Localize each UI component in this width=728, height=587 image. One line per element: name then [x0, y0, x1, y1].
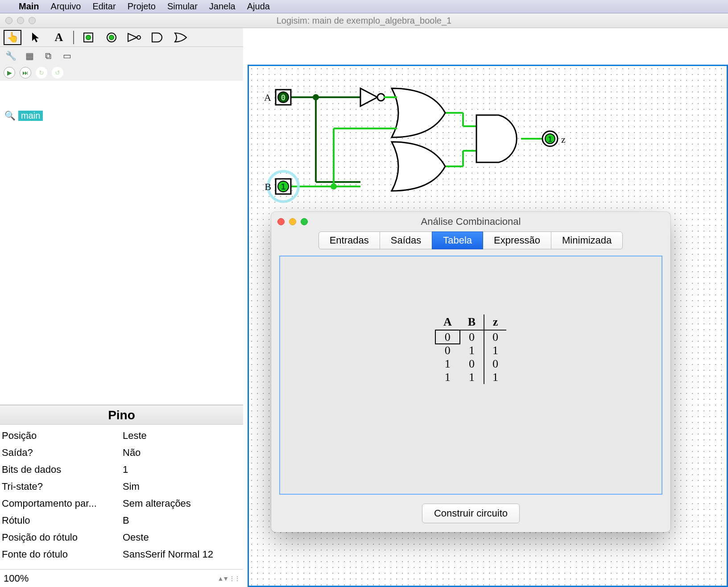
not-gate[interactable] — [360, 88, 385, 106]
prop-value[interactable]: Não — [123, 444, 243, 461]
zoom-value[interactable]: 100% — [4, 573, 29, 584]
wrench-icon[interactable]: 🔧 — [4, 49, 18, 63]
toolbar-simulate: ▶ ⏭ ↻ ↺ — [0, 65, 243, 81]
magnifier-icon: 🔍 — [4, 110, 16, 121]
prop-row-rotulo[interactable]: RótuloB — [0, 512, 243, 529]
or-gate-icon — [174, 32, 188, 43]
sim-play-icon[interactable]: ▶ — [4, 67, 15, 79]
prop-value[interactable]: Sem alterações — [123, 495, 243, 512]
cell[interactable]: 1 — [484, 344, 506, 357]
dialog-body: A B z 0 0 0 0 1 1 1 0 0 1 1 1 — [279, 256, 662, 495]
svg-text:B: B — [265, 181, 271, 192]
prop-key: Tri-state? — [0, 478, 123, 495]
cell[interactable]: 0 — [484, 357, 506, 371]
prop-row-posicao[interactable]: PosiçãoLeste — [0, 427, 243, 444]
zoom-stepper-icon[interactable]: ▲▼ ⋮⋮ — [217, 575, 240, 582]
or-gate-tool[interactable] — [172, 30, 190, 45]
build-circuit-button[interactable]: Construir circuito — [422, 504, 520, 523]
prop-key: Posição do rótulo — [0, 529, 123, 546]
toolbar-main: 👆 A — [0, 28, 243, 47]
cell[interactable]: 1 — [460, 371, 484, 384]
poke-tool[interactable]: 👆 — [4, 30, 21, 45]
subcircuit-icon[interactable]: ⧉ — [41, 49, 55, 63]
prop-row-saida[interactable]: Saída?Não — [0, 444, 243, 461]
layout-icon[interactable]: ▦ — [22, 49, 37, 63]
prop-row-posicao-rotulo[interactable]: Posição do rótuloOeste — [0, 529, 243, 546]
output-pin-z[interactable]: 1 z — [542, 131, 566, 146]
input-pin-tool[interactable] — [79, 30, 97, 45]
explorer-item-main[interactable]: 🔍 main — [4, 110, 239, 121]
input-pin-a[interactable]: 0 A — [264, 90, 291, 105]
menubar-app-name[interactable]: Main — [19, 1, 39, 12]
text-tool[interactable]: A — [50, 30, 68, 45]
cell[interactable]: 0 — [435, 344, 460, 357]
cell[interactable]: 1 — [484, 371, 506, 384]
menu-simular[interactable]: Simular — [167, 1, 198, 12]
prop-value[interactable]: Sim — [123, 478, 243, 495]
tab-saidas[interactable]: Saídas — [380, 231, 433, 249]
prop-key: Fonte do rótulo — [0, 546, 123, 563]
cell[interactable]: 0 — [460, 357, 484, 371]
appearance-icon[interactable]: ▭ — [60, 49, 74, 63]
tab-expressao[interactable]: Expressão — [483, 231, 551, 249]
table-row[interactable]: 0 0 0 — [435, 330, 506, 344]
prop-row-fonte-rotulo[interactable]: Fonte do rótuloSansSerif Normal 12 — [0, 546, 243, 563]
tab-entradas[interactable]: Entradas — [318, 231, 380, 249]
svg-point-8 — [331, 184, 336, 189]
zoom-bar: 100% ▲▼ ⋮⋮ — [0, 569, 243, 587]
left-panel: 🔍 main Pino PosiçãoLeste Saída?Não Bits … — [0, 81, 243, 587]
prop-row-tristate[interactable]: Tri-state?Sim — [0, 478, 243, 495]
table-row[interactable]: 1 1 1 — [435, 371, 506, 384]
window-titlebar: Logisim: main de exemplo_algebra_boole_1 — [0, 13, 728, 28]
prop-key: Bits de dados — [0, 461, 123, 478]
truth-table[interactable]: A B z 0 0 0 0 1 1 1 0 0 1 1 1 — [435, 314, 506, 384]
cell[interactable]: 1 — [435, 357, 460, 371]
and-gate-icon — [151, 32, 165, 43]
prop-value[interactable]: Oeste — [123, 529, 243, 546]
mac-menubar: Main Arquivo Editar Projeto Simular Jane… — [0, 0, 728, 13]
and-gate-tool[interactable] — [149, 30, 167, 45]
prop-value[interactable]: B — [123, 512, 243, 529]
tab-minimizada[interactable]: Minimizada — [551, 231, 623, 249]
prop-value[interactable]: SansSerif Normal 12 — [123, 546, 243, 563]
prop-key: Comportamento par... — [0, 495, 123, 512]
menu-ajuda[interactable]: Ajuda — [247, 1, 270, 12]
project-explorer[interactable]: 🔍 main — [0, 107, 243, 405]
menu-janela[interactable]: Janela — [209, 1, 236, 12]
cell[interactable]: 0 — [435, 330, 460, 344]
properties-table: PosiçãoLeste Saída?Não Bits de dados1 Tr… — [0, 425, 243, 569]
tab-tabela[interactable]: Tabela — [432, 231, 483, 249]
prop-row-bits[interactable]: Bits de dados1 — [0, 461, 243, 478]
output-pin-tool[interactable] — [103, 30, 120, 45]
cell[interactable]: 1 — [460, 344, 484, 357]
cell[interactable]: 0 — [484, 330, 506, 344]
svg-text:0: 0 — [281, 93, 286, 102]
menu-editar[interactable]: Editar — [92, 1, 116, 12]
table-row[interactable]: 1 0 0 — [435, 357, 506, 371]
hand-icon: 👆 — [7, 32, 19, 43]
not-gate-tool[interactable] — [126, 30, 144, 45]
or-gate-top[interactable] — [392, 88, 445, 137]
svg-text:1: 1 — [548, 135, 552, 144]
cell[interactable]: 0 — [460, 330, 484, 344]
window-title: Logisim: main de exemplo_algebra_boole_1 — [0, 16, 728, 26]
or-gate-bottom[interactable] — [392, 142, 445, 191]
menu-arquivo[interactable]: Arquivo — [51, 1, 81, 12]
cell[interactable]: 1 — [435, 371, 460, 384]
combinational-analysis-dialog: Análise Combinacional Entradas Saídas Ta… — [271, 212, 670, 532]
dialog-titlebar[interactable]: Análise Combinacional — [271, 212, 670, 231]
prop-row-comportamento[interactable]: Comportamento par...Sem alterações — [0, 495, 243, 512]
svg-text:A: A — [264, 92, 271, 103]
circuit-name: main — [18, 111, 43, 121]
menu-projeto[interactable]: Projeto — [128, 1, 156, 12]
prop-value[interactable]: 1 — [123, 461, 243, 478]
table-row[interactable]: 0 1 1 — [435, 344, 506, 357]
prop-value[interactable]: Leste — [123, 427, 243, 444]
select-tool[interactable] — [27, 30, 45, 45]
sim-tick-icon[interactable]: ↻ — [36, 67, 47, 79]
and-gate[interactable] — [476, 115, 517, 162]
sim-step-icon[interactable]: ⏭ — [20, 67, 31, 79]
toolbar-separator — [73, 31, 74, 44]
sim-reset-icon[interactable]: ↺ — [52, 67, 63, 79]
prop-key: Posição — [0, 427, 123, 444]
